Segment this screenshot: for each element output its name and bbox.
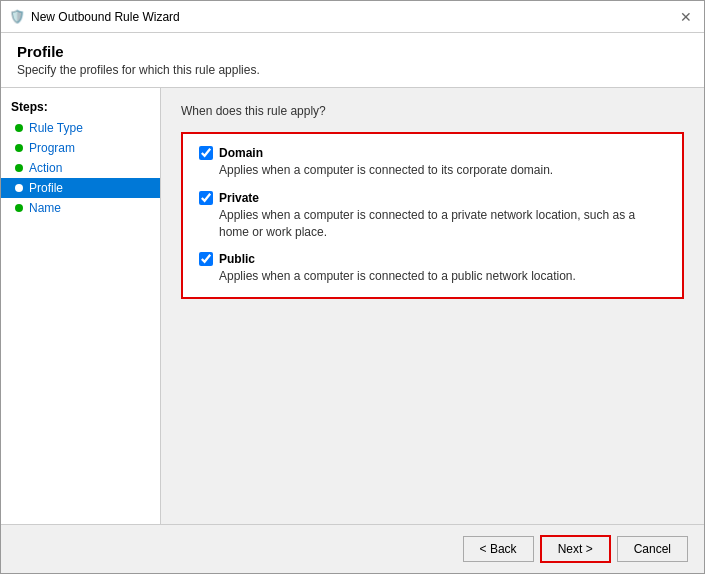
dot-icon (15, 124, 23, 132)
steps-label: Steps: (1, 96, 160, 118)
sidebar-label-profile: Profile (29, 181, 63, 195)
private-option: Private Applies when a computer is conne… (199, 191, 666, 241)
title-bar: 🛡️ New Outbound Rule Wizard ✕ (1, 1, 704, 33)
private-description: Applies when a computer is connected to … (199, 207, 666, 241)
title-bar-text: New Outbound Rule Wizard (31, 10, 676, 24)
domain-description: Applies when a computer is connected to … (199, 162, 666, 179)
cancel-button[interactable]: Cancel (617, 536, 688, 562)
public-header: Public (199, 252, 666, 266)
next-button[interactable]: Next > (540, 535, 611, 563)
dot-icon (15, 144, 23, 152)
private-label: Private (219, 191, 259, 205)
domain-option: Domain Applies when a computer is connec… (199, 146, 666, 179)
public-checkbox[interactable] (199, 252, 213, 266)
sidebar-label-program: Program (29, 141, 75, 155)
domain-checkbox[interactable] (199, 146, 213, 160)
public-option: Public Applies when a computer is connec… (199, 252, 666, 285)
public-description: Applies when a computer is connected to … (199, 268, 666, 285)
content-area: Steps: Rule Type Program Action Profile … (1, 88, 704, 524)
window: 🛡️ New Outbound Rule Wizard ✕ Profile Sp… (0, 0, 705, 574)
sidebar-item-profile[interactable]: Profile (1, 178, 160, 198)
sidebar-label-rule-type: Rule Type (29, 121, 83, 135)
spacer (181, 311, 684, 508)
footer: < Back Next > Cancel (1, 524, 704, 573)
private-checkbox[interactable] (199, 191, 213, 205)
sidebar: Steps: Rule Type Program Action Profile … (1, 88, 161, 524)
sidebar-item-program[interactable]: Program (1, 138, 160, 158)
dot-icon (15, 204, 23, 212)
sidebar-item-rule-type[interactable]: Rule Type (1, 118, 160, 138)
sidebar-item-name[interactable]: Name (1, 198, 160, 218)
page-subtitle: Specify the profiles for which this rule… (17, 63, 688, 77)
page-header: Profile Specify the profiles for which t… (1, 33, 704, 88)
page-title: Profile (17, 43, 688, 60)
dot-icon (15, 164, 23, 172)
close-button[interactable]: ✕ (676, 7, 696, 27)
sidebar-item-action[interactable]: Action (1, 158, 160, 178)
dot-icon (15, 184, 23, 192)
back-button[interactable]: < Back (463, 536, 534, 562)
main-panel: When does this rule apply? Domain Applie… (161, 88, 704, 524)
sidebar-label-action: Action (29, 161, 62, 175)
options-box: Domain Applies when a computer is connec… (181, 132, 684, 299)
public-label: Public (219, 252, 255, 266)
private-header: Private (199, 191, 666, 205)
domain-header: Domain (199, 146, 666, 160)
question-text: When does this rule apply? (181, 104, 684, 118)
sidebar-label-name: Name (29, 201, 61, 215)
domain-label: Domain (219, 146, 263, 160)
window-icon: 🛡️ (9, 9, 25, 25)
